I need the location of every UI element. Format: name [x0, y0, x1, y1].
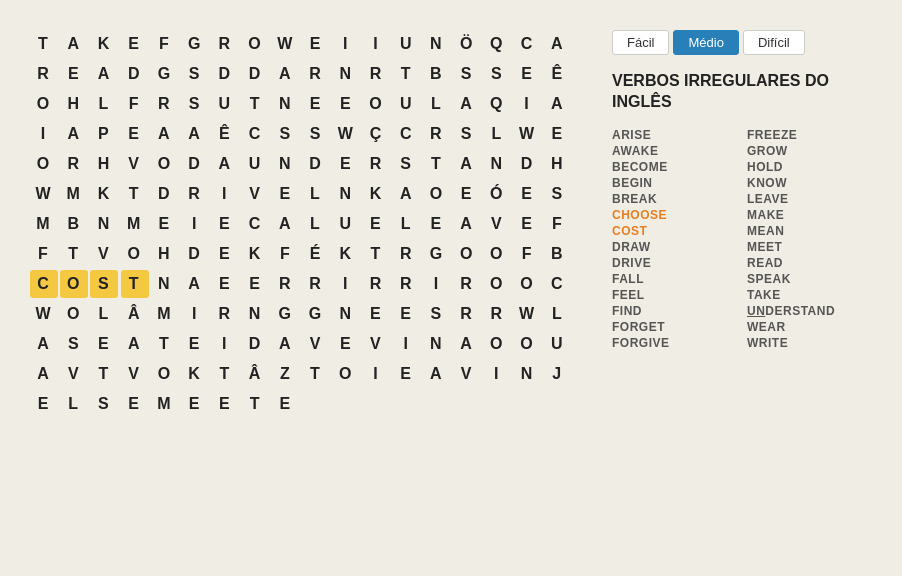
grid-cell[interactable]: M [121, 210, 149, 238]
grid-cell[interactable]: O [242, 30, 270, 58]
grid-cell[interactable]: I [514, 90, 542, 118]
grid-cell[interactable]: G [272, 300, 300, 328]
grid-cell[interactable]: E [362, 210, 390, 238]
grid-cell[interactable]: V [121, 150, 149, 178]
grid-cell[interactable]: H [60, 90, 88, 118]
grid-cell[interactable]: V [362, 330, 390, 358]
grid-cell[interactable]: D [151, 180, 179, 208]
grid-cell[interactable]: O [514, 270, 542, 298]
grid-cell[interactable]: L [423, 90, 451, 118]
grid-cell[interactable]: G [151, 60, 179, 88]
grid-cell[interactable]: D [242, 330, 270, 358]
grid-cell[interactable]: R [151, 90, 179, 118]
grid-cell[interactable]: D [211, 60, 239, 88]
grid-cell[interactable]: O [60, 270, 88, 298]
grid-cell[interactable]: O [121, 240, 149, 268]
grid-cell[interactable]: Ê [544, 60, 572, 88]
grid-cell[interactable]: F [514, 240, 542, 268]
grid-cell[interactable]: O [483, 240, 511, 268]
grid-cell[interactable]: S [453, 60, 481, 88]
grid-cell[interactable]: R [483, 300, 511, 328]
grid-cell[interactable]: O [30, 150, 58, 178]
grid-cell[interactable]: Q [483, 90, 511, 118]
grid-cell[interactable]: W [514, 120, 542, 148]
grid-cell[interactable]: A [272, 210, 300, 238]
grid-cell[interactable]: U [211, 90, 239, 118]
grid-cell[interactable]: T [121, 180, 149, 208]
grid-cell[interactable]: N [483, 150, 511, 178]
grid-cell[interactable]: I [332, 30, 360, 58]
grid-cell[interactable]: I [362, 30, 390, 58]
grid-cell[interactable]: R [211, 300, 239, 328]
grid-cell[interactable]: L [90, 90, 118, 118]
grid-cell[interactable]: Â [121, 300, 149, 328]
grid-cell[interactable]: A [90, 60, 118, 88]
grid-cell[interactable]: R [30, 60, 58, 88]
grid-cell[interactable]: O [151, 150, 179, 178]
grid-cell[interactable]: S [90, 270, 118, 298]
grid-cell[interactable]: A [544, 30, 572, 58]
grid-cell[interactable]: S [393, 150, 421, 178]
grid-cell[interactable]: E [211, 270, 239, 298]
grid-cell[interactable]: U [393, 30, 421, 58]
grid-cell[interactable]: A [453, 330, 481, 358]
grid-cell[interactable]: E [121, 390, 149, 418]
grid-cell[interactable]: O [453, 240, 481, 268]
grid-cell[interactable]: R [302, 60, 330, 88]
grid-cell[interactable]: E [181, 330, 209, 358]
grid-cell[interactable]: U [242, 150, 270, 178]
grid-cell[interactable]: B [423, 60, 451, 88]
grid-cell[interactable]: L [483, 120, 511, 148]
grid-cell[interactable]: D [514, 150, 542, 178]
grid-cell[interactable]: O [483, 330, 511, 358]
grid-cell[interactable]: T [362, 240, 390, 268]
grid-cell[interactable]: O [30, 90, 58, 118]
grid-cell[interactable]: D [242, 60, 270, 88]
grid-cell[interactable]: S [423, 300, 451, 328]
grid-cell[interactable]: I [483, 360, 511, 388]
grid-cell[interactable]: F [151, 30, 179, 58]
grid-cell[interactable]: L [90, 300, 118, 328]
grid-cell[interactable]: T [90, 360, 118, 388]
grid-cell[interactable]: Z [272, 360, 300, 388]
grid-cell[interactable]: E [362, 300, 390, 328]
grid-cell[interactable]: A [30, 330, 58, 358]
grid-cell[interactable]: O [483, 270, 511, 298]
grid-cell[interactable]: S [181, 90, 209, 118]
grid-cell[interactable]: V [90, 240, 118, 268]
grid-cell[interactable]: S [453, 120, 481, 148]
grid-cell[interactable]: U [332, 210, 360, 238]
grid-cell[interactable]: E [121, 120, 149, 148]
grid-cell[interactable]: F [121, 90, 149, 118]
word-item-find[interactable]: FIND [612, 303, 737, 319]
grid-cell[interactable]: S [181, 60, 209, 88]
grid-cell[interactable]: T [30, 30, 58, 58]
grid-cell[interactable]: C [544, 270, 572, 298]
grid-cell[interactable]: B [544, 240, 572, 268]
grid-cell[interactable]: S [302, 120, 330, 148]
grid-cell[interactable]: I [181, 300, 209, 328]
grid-cell[interactable]: N [272, 90, 300, 118]
word-item-meet[interactable]: MEET [747, 239, 872, 255]
grid-cell[interactable]: E [60, 60, 88, 88]
grid-cell[interactable]: R [362, 270, 390, 298]
grid-cell[interactable]: L [60, 390, 88, 418]
grid-cell[interactable]: U [544, 330, 572, 358]
grid-cell[interactable]: Ó [483, 180, 511, 208]
grid-cell[interactable]: A [453, 150, 481, 178]
word-item-forgive[interactable]: FORGIVE [612, 335, 737, 351]
grid-cell[interactable]: S [90, 390, 118, 418]
grid-cell[interactable]: K [242, 240, 270, 268]
grid-cell[interactable]: E [514, 210, 542, 238]
grid-cell[interactable]: E [211, 210, 239, 238]
grid-cell[interactable]: A [453, 90, 481, 118]
grid-cell[interactable]: R [302, 270, 330, 298]
grid-cell[interactable]: P [90, 120, 118, 148]
word-item-begin[interactable]: BEGIN [612, 175, 737, 191]
grid-cell[interactable]: N [332, 300, 360, 328]
grid-cell[interactable]: U [393, 90, 421, 118]
grid-cell[interactable]: L [302, 210, 330, 238]
word-item-leave[interactable]: LEAVE [747, 191, 872, 207]
grid-cell[interactable]: R [453, 270, 481, 298]
grid-cell[interactable]: E [272, 180, 300, 208]
